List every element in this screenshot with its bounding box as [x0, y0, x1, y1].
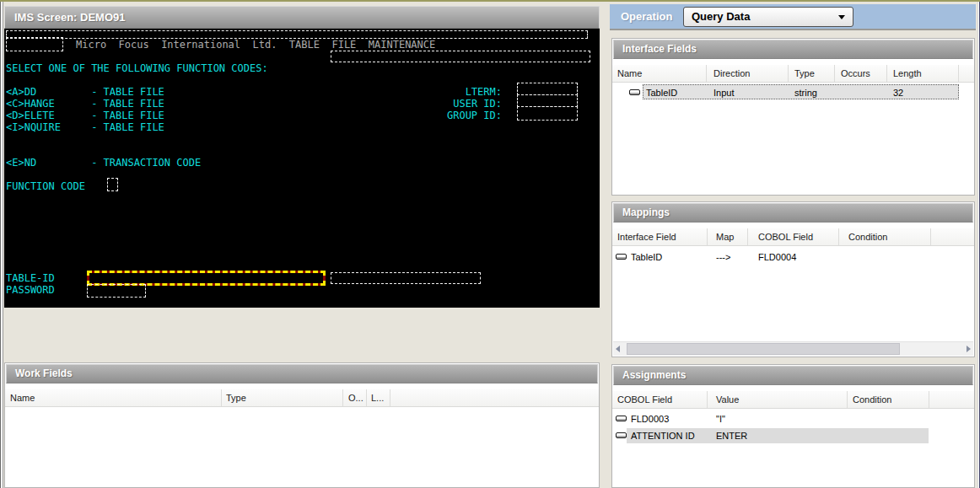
terminal-userid-field[interactable] — [517, 94, 578, 107]
col-length[interactable]: L... — [371, 393, 384, 403]
terminal-field-header-row[interactable] — [6, 30, 588, 39]
ims-screen-title: IMS Screen: DEMO91 — [14, 11, 126, 24]
terminal-code-change: <C>HANGE - TABLE FILE — [6, 98, 164, 110]
field-icon — [629, 89, 640, 95]
operation-bar: Operation Query Data — [610, 4, 976, 30]
app-window: IMS Screen: DEMO91 Micro Focus Internati… — [0, 0, 980, 488]
scrollbar-thumb[interactable] — [627, 343, 900, 355]
terminal-userid-label: USER ID: — [453, 98, 502, 110]
col-type[interactable]: Type — [226, 393, 246, 403]
operation-selected-value: Query Data — [692, 10, 750, 23]
assignments-header: Assignments — [613, 366, 973, 385]
mappings-title: Mappings — [622, 206, 670, 218]
cell-direction[interactable]: Input — [713, 88, 734, 98]
terminal-code-inquire: <I>NQUIRE - TABLE FILE — [6, 121, 164, 133]
col-value[interactable]: Value — [716, 394, 739, 405]
terminal-code-add: <A>DD - TABLE FILE — [6, 86, 164, 98]
terminal-groupid-label: GROUP ID: — [447, 110, 502, 121]
col-interface-field[interactable]: Interface Field — [617, 232, 676, 242]
col-map[interactable]: Map — [716, 232, 734, 242]
assignments-title: Assignments — [622, 369, 686, 381]
col-type[interactable]: Type — [794, 68, 815, 78]
table-row[interactable]: TableID ---> FLD0004 — [612, 249, 974, 265]
terminal-function-code-label: FUNCTION CODE — [6, 180, 85, 192]
terminal-password-field[interactable] — [87, 284, 146, 298]
terminal-banner-text: Micro Focus International Ltd. TABLE FIL… — [76, 39, 435, 51]
terminal-field-top-left[interactable] — [6, 37, 63, 51]
terminal-table-id-label: TABLE-ID — [6, 272, 55, 284]
interface-fields-title: Interface Fields — [622, 43, 697, 55]
work-fields-header: Work Fields — [6, 364, 598, 383]
terminal-select-line: SELECT ONE OF THE FOLLOWING FUNCTION COD… — [6, 62, 268, 74]
field-icon — [616, 416, 627, 421]
cell-value[interactable]: ENTER — [716, 431, 747, 441]
work-fields-title: Work Fields — [15, 367, 73, 379]
mappings-panel: Mappings Interface Field Map COBOL Field… — [611, 201, 975, 357]
cell-type[interactable]: string — [794, 88, 817, 98]
col-name[interactable]: Name — [617, 68, 642, 78]
col-occurs[interactable]: O... — [348, 393, 363, 403]
cell-name[interactable]: TableID — [646, 88, 677, 98]
cell-cobol-field[interactable]: ATTENTION ID — [631, 431, 695, 441]
terminal-function-code-field[interactable] — [107, 178, 118, 191]
cell-map-arrow[interactable]: ---> — [716, 252, 730, 262]
work-fields-column-header[interactable]: Name Type O... L... — [5, 389, 599, 407]
terminal-password-label: PASSWORD — [6, 284, 55, 296]
assignments-panel: Assignments COBOL Field Value Condition … — [611, 364, 975, 488]
scroll-left-button[interactable] — [613, 342, 626, 356]
window-left-border — [0, 2, 3, 488]
terminal-lterm-label: LTERM: — [466, 86, 502, 98]
work-fields-panel: Work Fields Name Type O... L... — [4, 362, 600, 488]
table-row[interactable]: ATTENTION ID ENTER — [612, 427, 974, 444]
arrow-right-icon — [967, 346, 971, 352]
cell-interface-field[interactable]: TableID — [631, 252, 662, 262]
chevron-down-icon[interactable] — [838, 15, 845, 23]
terminal-field-message[interactable] — [331, 51, 590, 62]
operation-label: Operation — [621, 4, 672, 29]
col-condition[interactable]: Condition — [853, 394, 891, 405]
col-cobol-field[interactable]: COBOL Field — [758, 232, 813, 242]
cell-value[interactable]: "I" — [716, 414, 725, 424]
field-icon — [616, 254, 627, 260]
interface-fields-panel: Interface Fields Name Direction Type Occ… — [611, 38, 975, 196]
terminal-lterm-field[interactable] — [517, 83, 578, 95]
horizontal-scrollbar[interactable] — [613, 341, 973, 356]
interface-fields-header: Interface Fields — [613, 40, 973, 59]
col-cobol-field[interactable]: COBOL Field — [617, 394, 672, 405]
col-condition[interactable]: Condition — [848, 232, 887, 242]
col-length[interactable]: Length — [893, 68, 922, 78]
col-name[interactable]: Name — [10, 393, 35, 403]
interface-fields-column-header[interactable]: Name Direction Type Occurs Length — [612, 65, 974, 83]
cell-length[interactable]: 32 — [893, 88, 903, 98]
scroll-right-button[interactable] — [961, 342, 973, 356]
terminal-code-end: <E>ND - TRANSACTION CODE — [6, 157, 201, 169]
ims-terminal[interactable]: Micro Focus International Ltd. TABLE FIL… — [4, 29, 600, 308]
cell-cobol-field[interactable]: FLD0004 — [758, 252, 796, 262]
cell-cobol-field[interactable]: FLD0003 — [631, 414, 669, 424]
terminal-code-delete: <D>ELETE - TABLE FILE — [6, 110, 164, 121]
mappings-header: Mappings — [613, 203, 973, 223]
col-occurs[interactable]: Occurs — [841, 68, 870, 78]
terminal-table-id-field-2[interactable] — [331, 272, 481, 284]
mappings-column-header[interactable]: Interface Field Map COBOL Field Conditio… — [612, 228, 974, 246]
col-direction[interactable]: Direction — [713, 68, 750, 78]
assignments-column-header[interactable]: COBOL Field Value Condition — [612, 391, 974, 409]
ims-screen-titlebar: IMS Screen: DEMO91 — [4, 6, 600, 29]
table-row[interactable]: TableID Input string 32 — [612, 84, 974, 101]
field-icon — [616, 432, 627, 438]
arrow-left-icon — [616, 346, 620, 352]
terminal-groupid-field[interactable] — [517, 106, 578, 121]
operation-select[interactable]: Query Data — [683, 7, 853, 27]
table-row[interactable]: FLD0003 "I" — [612, 410, 974, 427]
